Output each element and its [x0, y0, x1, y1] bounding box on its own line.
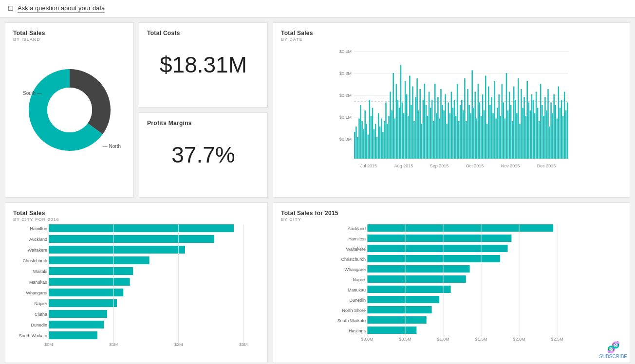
svg-text:Hastings: Hastings [349, 328, 366, 333]
svg-rect-138 [528, 103, 530, 159]
svg-rect-77 [437, 97, 439, 159]
svg-rect-82 [445, 94, 446, 159]
svg-text:Napier: Napier [353, 277, 366, 282]
svg-rect-126 [510, 105, 512, 159]
svg-rect-216 [367, 327, 416, 334]
svg-rect-88 [454, 100, 455, 159]
svg-rect-46 [391, 110, 392, 159]
svg-rect-27 [363, 129, 364, 159]
top-bar: ☐ Ask a question about your data [0, 0, 635, 18]
city-2016-chart: HamiltonAucklandWaitakereChristchurchWai… [13, 222, 260, 353]
svg-rect-100 [471, 71, 473, 159]
svg-rect-60 [412, 87, 413, 159]
svg-rect-115 [494, 81, 495, 159]
svg-point-2 [47, 88, 92, 132]
svg-rect-96 [466, 121, 467, 159]
svg-rect-206 [367, 275, 466, 283]
svg-rect-33 [372, 108, 374, 159]
right-top-stack: Total Costs $18.31M Profits Margins 37.7… [139, 22, 268, 198]
costs-value: $18.31M [160, 52, 247, 78]
svg-text:Sep 2015: Sep 2015 [430, 164, 449, 168]
svg-rect-182 [49, 310, 107, 318]
card-subtitle-city-2015: BY CITY [281, 217, 622, 222]
svg-rect-54 [403, 113, 405, 159]
svg-text:$0.1M: $0.1M [339, 115, 352, 120]
svg-rect-45 [390, 92, 391, 159]
svg-rect-29 [366, 124, 367, 159]
svg-rect-57 [408, 116, 409, 159]
svg-rect-22 [355, 127, 357, 159]
svg-rect-21 [354, 132, 355, 159]
svg-rect-63 [416, 78, 418, 159]
svg-rect-200 [367, 245, 508, 252]
svg-rect-62 [415, 97, 416, 159]
card-title-sales-island: Total Sales [13, 30, 126, 36]
svg-rect-37 [378, 113, 379, 159]
svg-rect-64 [418, 110, 419, 159]
svg-rect-105 [479, 103, 481, 159]
subscribe-text: SUBSCRIBE [599, 354, 627, 359]
svg-rect-139 [530, 110, 531, 159]
donut-chart [26, 66, 113, 154]
svg-rect-128 [513, 87, 515, 159]
svg-text:Auckland: Auckland [348, 226, 366, 231]
svg-rect-79 [440, 89, 442, 159]
svg-rect-152 [549, 127, 550, 159]
subscribe-icon: 🧬 [607, 341, 620, 354]
svg-rect-80 [442, 105, 443, 159]
svg-rect-104 [478, 84, 479, 159]
svg-rect-38 [379, 127, 381, 159]
svg-rect-36 [376, 137, 378, 159]
sales-date-chart: $0.4M $0.3M $0.2M $0.1M $0.0M Jul 2015 A… [281, 42, 622, 188]
svg-rect-55 [405, 81, 406, 159]
svg-rect-59 [411, 105, 412, 159]
svg-rect-114 [492, 113, 494, 159]
svg-rect-91 [458, 121, 460, 159]
svg-rect-144 [537, 108, 539, 159]
svg-rect-86 [451, 92, 452, 159]
svg-rect-172 [49, 256, 149, 264]
card-subtitle-city-2016: BY CITY FOR 2016 [13, 217, 260, 222]
svg-rect-44 [388, 116, 390, 159]
svg-rect-48 [394, 119, 396, 159]
svg-rect-40 [382, 132, 384, 159]
svg-text:Manukau: Manukau [348, 288, 366, 292]
svg-rect-87 [452, 108, 454, 159]
svg-rect-202 [367, 255, 500, 262]
ask-question-text[interactable]: Ask a question about your data [18, 4, 105, 13]
svg-rect-166 [49, 224, 234, 232]
svg-rect-92 [460, 105, 461, 159]
city-2015-chart: AucklandHamiltonWaitakereChristchurchWha… [281, 222, 622, 353]
svg-text:Hamilton: Hamilton [30, 226, 47, 231]
svg-rect-23 [357, 137, 358, 159]
svg-rect-150 [546, 110, 547, 159]
svg-rect-129 [515, 100, 516, 159]
svg-rect-132 [519, 124, 521, 159]
svg-rect-121 [503, 103, 504, 159]
svg-rect-108 [484, 110, 485, 159]
card-title-sales-date: Total Sales [281, 30, 622, 36]
svg-rect-143 [536, 92, 537, 159]
card-title-profits: Profits Margins [147, 120, 260, 127]
dashboard: Total Sales BY ISLAND South — — North To… [0, 18, 635, 364]
svg-rect-137 [526, 81, 528, 159]
svg-rect-161 [562, 116, 564, 159]
svg-rect-52 [400, 65, 402, 159]
svg-rect-214 [367, 316, 427, 324]
profits-value: 37.7% [171, 142, 235, 168]
svg-rect-196 [367, 224, 553, 232]
svg-text:Christchurch: Christchurch [341, 257, 366, 262]
svg-rect-119 [500, 116, 501, 159]
svg-rect-56 [406, 94, 408, 159]
svg-rect-66 [421, 124, 423, 159]
card-subtitle-sales-island: BY ISLAND [13, 37, 126, 42]
svg-rect-51 [399, 108, 400, 159]
svg-rect-67 [423, 100, 424, 159]
svg-rect-210 [367, 296, 439, 303]
svg-rect-32 [371, 116, 372, 159]
svg-rect-81 [443, 110, 445, 159]
svg-text:Auckland: Auckland [29, 237, 47, 242]
svg-text:Whangarei: Whangarei [344, 267, 366, 272]
svg-rect-26 [361, 121, 363, 159]
svg-rect-170 [49, 246, 185, 254]
